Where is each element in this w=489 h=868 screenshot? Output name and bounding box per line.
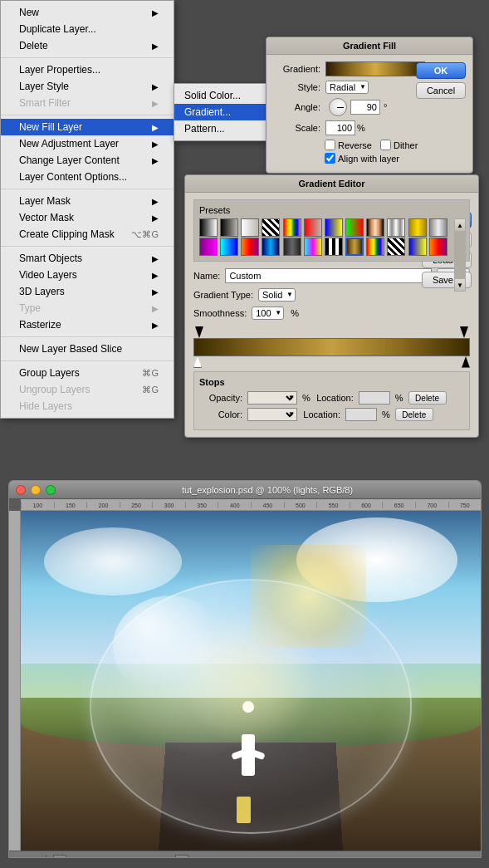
color-delete-button[interactable]: Delete (395, 408, 433, 421)
ps-canvas-area (9, 511, 481, 851)
dither-checkbox[interactable] (380, 140, 391, 150)
menu-item-smart-filter[interactable]: Smart Filter ▶ (1, 95, 174, 111)
nav-right-button[interactable]: ▶ (175, 855, 188, 859)
ruler-mark: 550 (316, 502, 350, 508)
preset-swatch-7[interactable] (325, 218, 343, 237)
preset-swatch-20[interactable] (345, 238, 364, 256)
menu-item-properties[interactable]: Layer Properties... (1, 61, 174, 78)
angle-dial[interactable] (329, 98, 347, 116)
gradient-bar[interactable] (193, 338, 470, 356)
menu-item-duplicate[interactable]: Duplicate Layer... (1, 21, 174, 37)
preset-swatch-1[interactable] (199, 218, 218, 237)
opacity-stop-left[interactable] (195, 326, 203, 338)
gradient-bar-container (193, 326, 470, 368)
preset-swatch-17[interactable] (283, 238, 301, 256)
stops-title: Stops (199, 377, 464, 387)
style-select-wrapper: Radial (325, 81, 369, 94)
preset-swatch-23[interactable] (408, 238, 427, 256)
minimize-button[interactable] (31, 485, 41, 495)
menu-item-3d-layers[interactable]: 3D Layers ▶ (1, 283, 174, 300)
maximize-button[interactable] (46, 485, 56, 495)
preset-swatch-19[interactable] (325, 238, 343, 256)
preset-swatch-4[interactable] (262, 218, 280, 237)
align-label[interactable]: Align with layer (325, 153, 399, 164)
opacity-location-pct: % (395, 393, 403, 403)
preset-swatch-3[interactable] (241, 218, 259, 237)
menu-item-hide-layers[interactable]: Hide Layers (1, 398, 174, 414)
smoothness-label: Smoothness: (193, 308, 247, 318)
gradient-type-select[interactable]: Solid (258, 288, 296, 302)
menu-item-vector-mask[interactable]: Vector Mask ▶ (1, 209, 174, 226)
menu-item-new[interactable]: New ▶ (1, 4, 174, 21)
ruler-mark: 150 (54, 502, 87, 508)
preset-swatch-12[interactable] (429, 218, 447, 237)
scale-label: Scale: (275, 123, 320, 133)
opacity-location-input[interactable] (359, 391, 390, 405)
preset-swatch-22[interactable] (387, 238, 405, 256)
angle-input[interactable] (350, 100, 380, 115)
menu-item-rasterize[interactable]: Rasterize ▶ (1, 316, 174, 333)
menu-item-layer-based-slice[interactable]: New Layer Based Slice (1, 341, 174, 357)
gradient-fill-cancel[interactable]: Cancel (416, 82, 466, 99)
preset-swatch-16[interactable] (262, 238, 280, 256)
menu-item-delete[interactable]: Delete ▶ (1, 37, 174, 54)
reverse-checkbox[interactable] (325, 140, 335, 150)
preset-swatch-14[interactable] (220, 238, 238, 256)
opacity-delete-button[interactable]: Delete (408, 391, 447, 405)
preset-swatch-8[interactable] (345, 218, 364, 237)
reverse-label[interactable]: Reverse (325, 140, 372, 150)
menu-item-new-fill[interactable]: New Fill Layer ▶ (1, 119, 174, 135)
menu-item-group-layers[interactable]: Group Layers ⌘G (1, 365, 174, 381)
stops-section: Stops Opacity: % Location: % Delete Colo… (193, 371, 470, 430)
name-input[interactable] (225, 268, 432, 283)
align-checkbox[interactable] (325, 153, 335, 164)
color-select[interactable] (247, 408, 297, 421)
menu-item-layer-mask[interactable]: Layer Mask ▶ (1, 193, 174, 209)
style-select[interactable]: Radial (325, 81, 369, 94)
status-divider (46, 855, 46, 859)
preset-swatch-9[interactable] (366, 218, 384, 237)
menu-item-new-adjustment[interactable]: New Adjustment Layer ▶ (1, 135, 174, 152)
gradient-preview[interactable] (325, 61, 425, 76)
menu-item-type[interactable]: Type ▶ (1, 300, 174, 316)
ps-canvas[interactable] (21, 511, 481, 851)
gradient-editor-dialog: Gradient Editor OK Cancel Load... Save..… (184, 174, 479, 438)
color-location-input[interactable] (345, 408, 377, 421)
menu-item-change-content[interactable]: Change Layer Content ▶ (1, 152, 174, 169)
smoothness-select[interactable]: 100 (252, 306, 284, 320)
preset-swatch-2[interactable] (220, 218, 238, 237)
gradient-fill-ok[interactable]: OK (416, 62, 466, 79)
color-stop-right[interactable] (462, 356, 470, 368)
nav-left-button[interactable]: ◀ (53, 855, 66, 859)
smoothness-select-wrapper: 100 (252, 306, 284, 320)
color-stop-left[interactable] (193, 356, 202, 368)
preset-swatch-13[interactable] (199, 238, 218, 256)
menu-item-content-options[interactable]: Layer Content Options... (1, 169, 174, 185)
close-button[interactable] (16, 485, 26, 495)
gradient-fill-dialog: Gradient Fill Gradient: Style: Radial An… (266, 37, 473, 174)
dither-label[interactable]: Dither (380, 140, 418, 150)
preset-swatch-10[interactable] (387, 218, 405, 237)
preset-swatch-6[interactable] (304, 218, 322, 237)
scroll-up-button[interactable]: ▲ (455, 219, 465, 231)
ps-window: tut_explosion.psd @ 100% (lights, RGB/8)… (8, 480, 482, 858)
menu-item-style[interactable]: Layer Style ▶ (1, 78, 174, 95)
opacity-stop-right[interactable] (460, 326, 468, 338)
ruler-mark: 350 (185, 502, 218, 508)
scale-input[interactable] (325, 120, 355, 135)
opacity-select[interactable] (247, 391, 297, 405)
preset-swatch-24[interactable] (429, 238, 447, 256)
scroll-down-button[interactable]: ▼ (455, 279, 465, 291)
menu-item-clipping-mask[interactable]: Create Clipping Mask ⌥⌘G (1, 226, 174, 243)
preset-swatch-15[interactable] (241, 238, 259, 256)
preset-swatch-21[interactable] (366, 238, 384, 256)
ruler-mark: 700 (415, 502, 448, 508)
menu-item-ungroup-layers[interactable]: Ungroup Layers ⌘G (1, 381, 174, 398)
preset-swatch-5[interactable] (283, 218, 301, 237)
menu-item-smart-objects[interactable]: Smart Objects ▶ (1, 250, 174, 267)
preset-swatch-11[interactable] (408, 218, 427, 237)
nav-buttons: ◀ (53, 855, 66, 859)
preset-swatch-18[interactable] (304, 238, 322, 256)
options-row: Reverse Dither (325, 140, 464, 150)
menu-item-video-layers[interactable]: Video Layers ▶ (1, 267, 174, 283)
